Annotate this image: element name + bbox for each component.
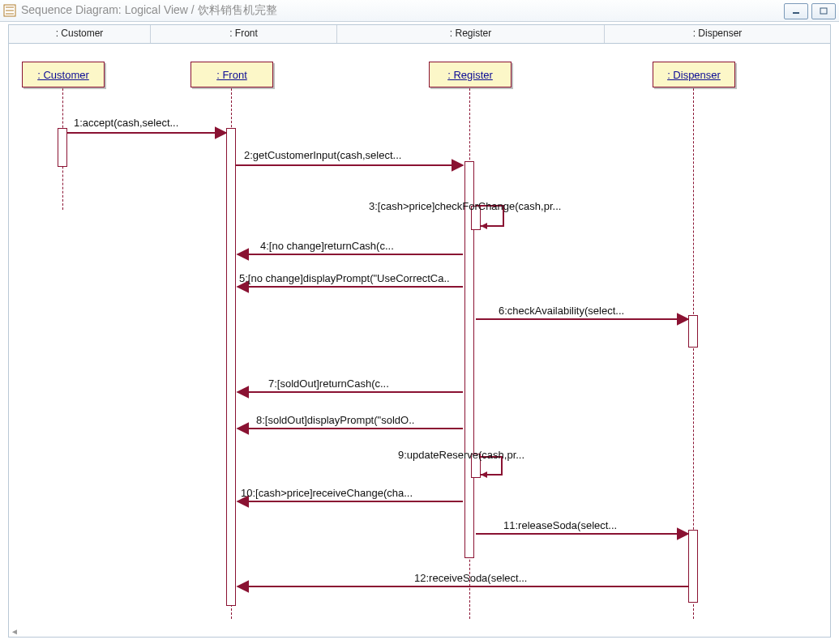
diagram-icon <box>3 4 16 17</box>
activation-dispenser-6 <box>688 315 698 348</box>
minimize-button[interactable] <box>784 3 808 19</box>
svg-rect-5 <box>820 8 827 14</box>
column-header-customer[interactable]: : Customer <box>9 25 151 43</box>
column-header-row: : Customer : Front : Register : Dispense… <box>8 24 831 44</box>
msg-2-label[interactable]: 2:getCustomerInput(cash,select... <box>244 149 401 161</box>
activation-customer-1 <box>58 128 67 167</box>
window-buttons <box>784 3 836 19</box>
msg-9-label[interactable]: 9:updateReserve(cash,pr... <box>398 449 524 461</box>
object-customer[interactable]: : Customer <box>22 62 105 87</box>
maximize-button[interactable] <box>811 3 836 19</box>
activation-front-1 <box>226 128 236 606</box>
column-header-front[interactable]: : Front <box>151 25 337 43</box>
diagram-svg <box>9 44 830 638</box>
msg-8-label[interactable]: 8:[soldOut]displayPrompt("soldO.. <box>256 414 414 426</box>
column-header-register[interactable]: : Register <box>337 25 605 43</box>
msg-10-label[interactable]: 10:[cash>price]receiveChange(cha... <box>241 487 413 499</box>
msg-3-label[interactable]: 3:[cash>price]checkForChange(cash,pr... <box>369 200 561 212</box>
object-dispenser-label: : Dispenser <box>667 69 721 81</box>
msg-7-label[interactable]: 7:[soldOut]returnCash(c... <box>268 377 389 390</box>
object-register[interactable]: : Register <box>429 62 512 87</box>
scroll-left-icon[interactable]: ◄ <box>9 625 20 637</box>
object-dispenser[interactable]: : Dispenser <box>653 62 735 87</box>
msg-5-label[interactable]: 5:[no change]displayPrompt("UseCorrectCa… <box>239 272 450 284</box>
sequence-diagram-window: Sequence Diagram: Logical View / 饮料销售机完整… <box>0 0 839 644</box>
msg-4-label[interactable]: 4:[no change]returnCash(c... <box>260 240 394 252</box>
window-titlebar: Sequence Diagram: Logical View / 饮料销售机完整 <box>0 0 839 22</box>
column-header-dispenser[interactable]: : Dispenser <box>605 25 830 43</box>
diagram-canvas[interactable]: : Customer : Front : Register : Dispense… <box>8 44 831 638</box>
window-title-text: Sequence Diagram: Logical View / 饮料销售机完整 <box>21 3 277 18</box>
msg-6-label[interactable]: 6:checkAvailability(select... <box>499 305 624 317</box>
object-front[interactable]: : Front <box>190 62 273 87</box>
msg-1-label[interactable]: 1:accept(cash,select... <box>74 117 178 129</box>
activation-dispenser-11 <box>688 530 698 603</box>
object-front-label: : Front <box>216 69 247 81</box>
object-register-label: : Register <box>447 69 493 81</box>
msg-12-label[interactable]: 12:receiveSoda(select... <box>414 572 527 584</box>
object-customer-label: : Customer <box>37 69 89 81</box>
msg-11-label[interactable]: 11:releaseSoda(select... <box>503 519 617 531</box>
